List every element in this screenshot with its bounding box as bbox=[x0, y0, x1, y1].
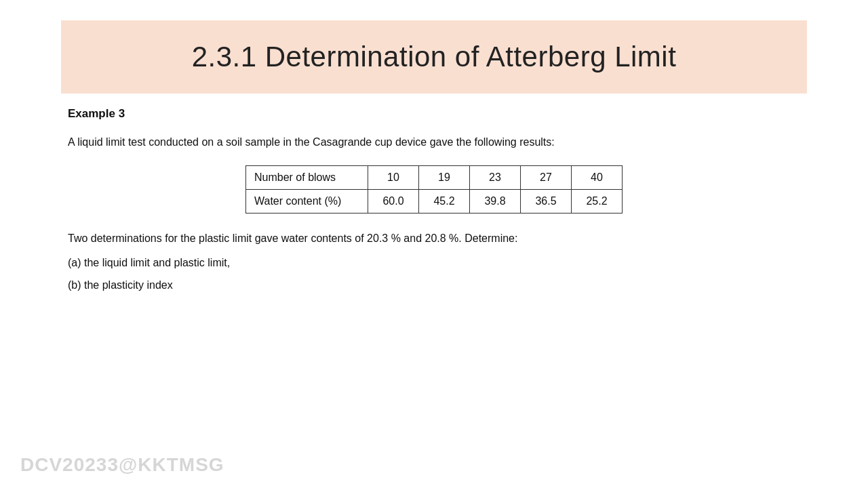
question-item: (b) the plasticity index bbox=[68, 277, 800, 294]
table-cell: 45.2 bbox=[419, 190, 470, 214]
table-cell: 27 bbox=[521, 166, 572, 190]
header-banner: 2.3.1 Determination of Atterberg Limit bbox=[61, 20, 807, 94]
table-cell: 25.2 bbox=[572, 190, 623, 214]
watermark: DCV20233@KKTMSG bbox=[20, 454, 224, 476]
table-cell: 36.5 bbox=[521, 190, 572, 214]
description-text: A liquid limit test conducted on a soil … bbox=[68, 134, 800, 150]
table-cell: 19 bbox=[419, 166, 470, 190]
content-area: Example 3 A liquid limit test conducted … bbox=[61, 94, 807, 294]
example-label: Example 3 bbox=[68, 107, 800, 121]
plastic-limit-text: Two determinations for the plastic limit… bbox=[68, 230, 800, 247]
table-cell: 10 bbox=[368, 166, 419, 190]
table-cell: 39.8 bbox=[470, 190, 521, 214]
data-table: Number of blows1019232740Water content (… bbox=[245, 165, 623, 214]
table-cell: 23 bbox=[470, 166, 521, 190]
table-row-label: Water content (%) bbox=[246, 190, 368, 214]
table-row: Number of blows1019232740 bbox=[246, 166, 623, 190]
table-row: Water content (%)60.045.239.836.525.2 bbox=[246, 190, 623, 214]
table-cell: 60.0 bbox=[368, 190, 419, 214]
table-cell: 40 bbox=[572, 166, 623, 190]
table-container: Number of blows1019232740Water content (… bbox=[68, 165, 800, 214]
page-title: 2.3.1 Determination of Atterberg Limit bbox=[75, 41, 793, 73]
question-item: (a) the liquid limit and plastic limit, bbox=[68, 254, 800, 272]
table-row-label: Number of blows bbox=[246, 166, 368, 190]
questions-container: (a) the liquid limit and plastic limit,(… bbox=[68, 254, 800, 294]
